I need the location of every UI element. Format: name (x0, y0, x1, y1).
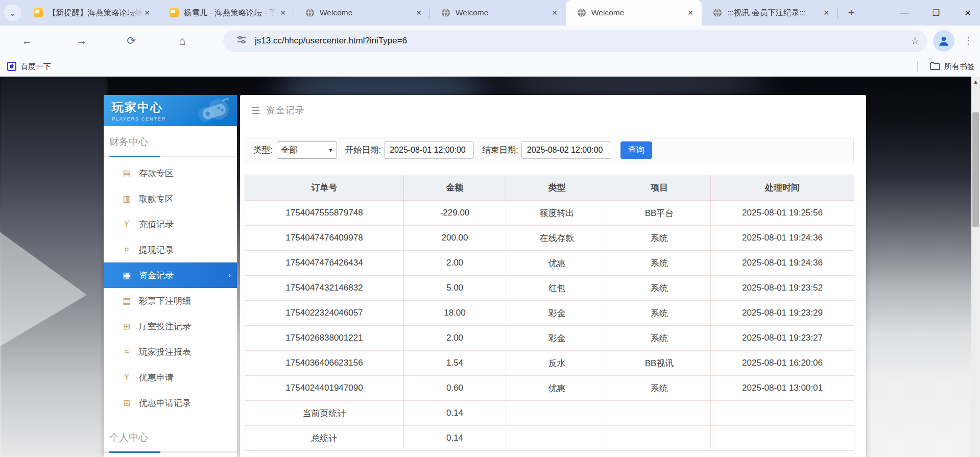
table-cell: 2025-08-01 19:25:56 (711, 201, 854, 226)
globe-icon (305, 8, 315, 17)
sidebar-header: 玩家中心 PLAYERS CENTER (104, 95, 237, 126)
sidebar-item-promo-apply[interactable]: ¥优惠申请 (104, 365, 237, 390)
table-cell (608, 426, 711, 451)
reload-button[interactable]: ⟳ (123, 33, 139, 49)
tab-divider (837, 7, 838, 18)
table-cell: 1754047555879748 (245, 201, 404, 226)
table-cell (608, 401, 711, 426)
table-cell: -229.00 (404, 201, 506, 226)
page-scrollbar[interactable]: ▲ (971, 77, 980, 457)
tab-close-icon[interactable]: ✕ (551, 9, 559, 17)
table-cell: 优惠 (506, 251, 608, 276)
bookmarks-bar: 百度一下 所有书签 (0, 56, 980, 77)
page-content: 玩家中心 PLAYERS CENTER (0, 77, 980, 457)
sidebar-item-label: 优惠申请 (139, 372, 174, 383)
column-header: 金额 (404, 175, 506, 201)
table-cell: 系统 (608, 251, 711, 276)
browser-menu-icon[interactable]: ⋮ (962, 33, 974, 49)
table-cell: 1754047432146832 (245, 276, 404, 301)
sidebar-item-label: 资金记录 (139, 270, 174, 281)
table-cell: 2025-08-01 19:24:36 (711, 251, 854, 276)
sidebar-item-recharge-record[interactable]: ¥充值记录 (104, 211, 237, 237)
back-button[interactable]: ← (19, 33, 35, 49)
forward-button[interactable]: → (74, 33, 90, 49)
sidebar-item-deposit-zone[interactable]: ▤存款专区 (104, 160, 237, 186)
sidebar-section-finance: 财务中心 (109, 135, 237, 149)
end-date-input[interactable]: 2025-08-02 12:00:00 (521, 141, 611, 159)
recharge-record-icon: ¥ (121, 219, 132, 229)
maximize-button[interactable]: ❐ (929, 8, 943, 18)
site-settings-icon[interactable] (236, 35, 247, 47)
hall-bet-record-icon: ⊞ (121, 321, 132, 332)
forum-icon (34, 8, 43, 17)
table-cell: 额度转出 (506, 201, 608, 226)
sidebar-item-label: 取款专区 (139, 193, 174, 205)
tab-close-icon[interactable]: ✕ (279, 9, 287, 17)
new-tab-button[interactable]: + (844, 5, 859, 20)
column-header: 订单号 (245, 175, 404, 201)
table-cell: 当前页统计 (245, 401, 404, 426)
home-button[interactable]: ⌂ (174, 33, 190, 49)
omnibox[interactable]: js13.cc/hhcp/usercenter.html?iniType=6 ☆ (223, 30, 927, 52)
profile-avatar[interactable] (933, 30, 954, 52)
section-underline (104, 156, 237, 157)
end-date-label: 结束日期: (482, 145, 518, 156)
query-button[interactable]: 查询 (620, 141, 652, 159)
tab-search-chevron-icon[interactable]: ⌄ (4, 5, 21, 21)
window-controls: — ❐ ✕ (897, 0, 975, 26)
promo-apply-record-icon: ⊞ (121, 398, 132, 408)
table-cell (506, 426, 608, 451)
browser-tab-4[interactable]: Welcome✕ (430, 0, 566, 26)
table-row: 17540244019470900.60优惠系统2025-08-01 13:00… (245, 376, 854, 401)
sidebar-item-promo-apply-record[interactable]: ⊞优惠申请记录 (104, 390, 237, 416)
table-cell: 2025-08-01 19:23:52 (711, 276, 854, 301)
start-date-input[interactable]: 2025-08-01 12:00:00 (384, 141, 474, 159)
sidebar-item-withdraw-zone[interactable]: ▥取款专区 (104, 186, 237, 211)
bookmarks-divider (917, 61, 918, 71)
browser-tab-1[interactable]: 【新提醒】海燕策略论坛综合✕ (22, 0, 158, 26)
main-panel: ☰ 资金记录 类型: 全部 ▾ 开始日期: 2025-08-01 12:00:0… (240, 95, 866, 457)
table-cell: 2025-08-01 13:00:01 (711, 376, 854, 401)
sidebar-item-cashout-record[interactable]: ¤提现记录 (104, 237, 237, 262)
browser-tab-2[interactable]: 杨雪儿 - 海燕策略论坛 - 手机✕ (158, 0, 294, 26)
sidebar-item-lottery-bet-detail[interactable]: ▤彩票下注明细 (104, 288, 237, 314)
tab-close-icon[interactable]: ✕ (143, 9, 151, 17)
browser-window: ⌄ 【新提醒】海燕策略论坛综合✕杨雪儿 - 海燕策略论坛 - 手机✕Welcom… (0, 0, 980, 457)
table-cell: 系统 (608, 326, 711, 351)
browser-tab-6[interactable]: :::视讯 会员下注纪录:::✕ (702, 0, 838, 26)
table-cell: 优惠 (506, 376, 608, 401)
scrollbar-thumb[interactable] (972, 112, 979, 227)
sidebar-item-label: 优惠申请记录 (139, 397, 191, 409)
tab-title: Welcome (456, 8, 551, 17)
bookmark-baidu[interactable]: 百度一下 (7, 60, 51, 73)
browser-tab-5[interactable]: Welcome✕ (566, 0, 702, 26)
page-title: ☰ 资金记录 (251, 104, 305, 116)
table-cell: 1.54 (404, 351, 506, 376)
tab-close-icon[interactable]: ✕ (415, 9, 423, 17)
sidebar-item-funds-record[interactable]: ▦资金记录› (104, 262, 237, 288)
sidebar-item-label: 提现记录 (139, 244, 174, 256)
tab-close-icon[interactable]: ✕ (822, 9, 830, 17)
table-body: 1754047555879748-229.00额度转出BB平台2025-08-0… (245, 201, 854, 451)
table-cell: 2025-08-01 19:23:27 (711, 326, 854, 351)
table-cell: 红包 (506, 276, 608, 301)
table-cell: 彩金 (506, 326, 608, 351)
scrollbar-up-arrow[interactable]: ▲ (972, 79, 979, 85)
sidebar-item-label: 厅室投注记录 (139, 321, 191, 332)
start-date-label: 开始日期: (345, 145, 381, 156)
type-label: 类型: (253, 145, 273, 156)
all-bookmarks-button[interactable]: 所有书签 (930, 60, 975, 73)
forum-icon (170, 8, 179, 17)
bookmark-star-icon[interactable]: ☆ (911, 35, 920, 47)
close-window-button[interactable]: ✕ (961, 8, 975, 18)
tab-close-icon[interactable]: ✕ (686, 9, 695, 17)
sidebar-item-hall-bet-record[interactable]: ⊞厅室投注记录 (104, 314, 237, 339)
table-row: 当前页统计0.14 (245, 401, 854, 426)
table-cell: 在线存款 (506, 226, 608, 251)
browser-tab-3[interactable]: Welcome✕ (294, 0, 430, 26)
minimize-button[interactable]: — (897, 8, 912, 17)
gamepad-icon (187, 97, 234, 126)
url-text[interactable]: js13.cc/hhcp/usercenter.html?iniType=6 (255, 36, 911, 46)
sidebar-item-player-bet-report[interactable]: ≈玩家投注报表 (104, 339, 237, 365)
type-select[interactable]: 全部 ▾ (277, 141, 337, 159)
